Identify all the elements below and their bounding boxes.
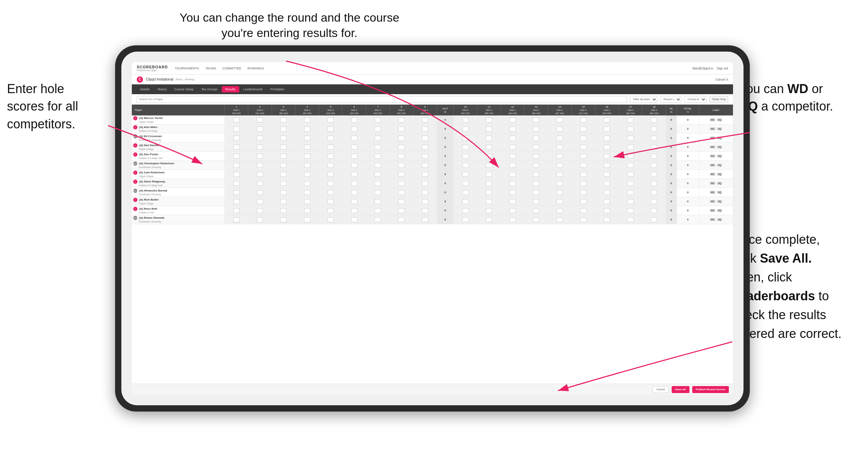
score-hole-1[interactable] [225,188,248,197]
score-hole-8[interactable] [390,179,413,188]
score-hole-2[interactable] [248,170,272,179]
score-hole-18[interactable] [642,170,666,179]
score-hole-10[interactable] [454,115,477,125]
tab-teams[interactable]: Teams [154,86,171,92]
score-hole-16[interactable] [595,143,619,152]
score-hole-9[interactable] [413,161,437,170]
score-hole-10[interactable] [454,152,477,161]
score-hole-15[interactable] [572,179,595,188]
dq-button[interactable]: DQ [717,145,723,149]
score-hole-8[interactable] [390,206,413,215]
score-hole-9[interactable] [413,115,437,125]
score-hole-2[interactable] [248,197,272,206]
dq-button[interactable]: DQ [717,200,723,203]
score-hole-15[interactable] [572,188,595,197]
score-hole-2[interactable] [248,134,272,143]
score-hole-8[interactable] [390,152,413,161]
score-hole-14[interactable] [548,143,572,152]
score-hole-11[interactable] [477,188,501,197]
score-hole-17[interactable] [619,143,642,152]
score-hole-12[interactable] [501,152,524,161]
score-hole-9[interactable] [413,152,437,161]
score-hole-10[interactable] [454,125,477,134]
score-hole-18[interactable] [642,115,666,125]
score-hole-6[interactable] [342,188,366,197]
score-hole-3[interactable] [272,152,295,161]
score-hole-12[interactable] [501,215,524,224]
score-hole-12[interactable] [501,134,524,143]
score-hole-18[interactable] [642,215,666,224]
score-hole-7[interactable] [366,115,390,125]
score-hole-3[interactable] [272,161,295,170]
score-hole-12[interactable] [501,125,524,134]
score-hole-18[interactable] [642,179,666,188]
score-hole-7[interactable] [366,152,390,161]
tab-tee-groups[interactable]: Tee Groups [198,86,221,92]
score-hole-11[interactable] [477,161,501,170]
score-hole-13[interactable] [524,197,548,206]
score-hole-13[interactable] [524,179,548,188]
score-hole-17[interactable] [619,161,642,170]
score-hole-7[interactable] [366,188,390,197]
nav-teams[interactable]: TEAMS [205,67,216,70]
score-hole-8[interactable] [390,215,413,224]
score-hole-7[interactable] [366,179,390,188]
score-hole-16[interactable] [595,197,619,206]
score-hole-5[interactable] [319,188,342,197]
score-hole-6[interactable] [342,179,366,188]
score-hole-3[interactable] [272,125,295,134]
score-hole-11[interactable] [477,125,501,134]
score-hole-6[interactable] [342,161,366,170]
score-hole-2[interactable] [248,115,272,125]
score-hole-9[interactable] [413,206,437,215]
score-hole-5[interactable] [319,134,342,143]
score-hole-18[interactable] [642,161,666,170]
score-hole-3[interactable] [272,179,295,188]
score-hole-16[interactable] [595,206,619,215]
score-hole-10[interactable] [454,134,477,143]
cancel-action-button[interactable]: Cancel [652,386,669,393]
score-hole-17[interactable] [619,206,642,215]
score-hole-15[interactable] [572,152,595,161]
save-all-button[interactable]: Save All [672,386,689,393]
score-hole-17[interactable] [619,125,642,134]
cancel-button-top[interactable]: Cancel X [715,78,728,81]
score-hole-7[interactable] [366,170,390,179]
score-hole-4[interactable] [295,179,319,188]
score-hole-13[interactable] [524,170,548,179]
search-input[interactable] [137,96,627,103]
wd-button[interactable]: WD [710,173,716,176]
score-hole-10[interactable] [454,161,477,170]
wd-button[interactable]: WD [710,164,716,167]
score-hole-17[interactable] [619,179,642,188]
score-hole-2[interactable] [248,143,272,152]
score-hole-14[interactable] [548,115,572,125]
wd-button[interactable]: WD [710,182,716,185]
tab-course-setup[interactable]: Course Setup [171,86,197,92]
score-hole-18[interactable] [642,125,666,134]
score-hole-13[interactable] [524,206,548,215]
score-hole-2[interactable] [248,161,272,170]
wd-button[interactable]: WD [710,127,716,130]
round-select[interactable]: Round 1 Round 2 Round 3 [660,96,681,103]
score-hole-5[interactable] [319,152,342,161]
score-hole-12[interactable] [501,179,524,188]
score-hole-10[interactable] [454,197,477,206]
score-hole-12[interactable] [501,143,524,152]
score-hole-14[interactable] [548,152,572,161]
dq-button[interactable]: DQ [717,164,723,167]
score-hole-16[interactable] [595,134,619,143]
score-hole-1[interactable] [225,143,248,152]
score-hole-6[interactable] [342,197,366,206]
score-hole-5[interactable] [319,170,342,179]
score-hole-1[interactable] [225,134,248,143]
score-hole-11[interactable] [477,170,501,179]
score-hole-4[interactable] [295,197,319,206]
score-hole-3[interactable] [272,215,295,224]
score-hole-6[interactable] [342,152,366,161]
tab-details[interactable]: Details [137,86,153,92]
dq-button[interactable]: DQ [717,118,723,121]
score-hole-11[interactable] [477,143,501,152]
score-hole-6[interactable] [342,134,366,143]
score-hole-18[interactable] [642,134,666,143]
